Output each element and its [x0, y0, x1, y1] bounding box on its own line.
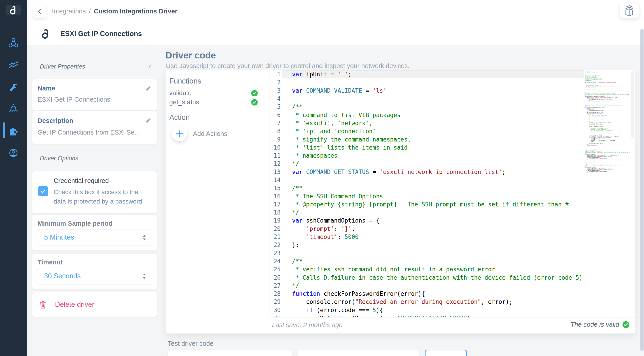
delete-card: Delete driver	[32, 292, 157, 317]
delete-driver-button[interactable]: Delete driver	[32, 292, 157, 317]
code-line[interactable]: 24/**	[270, 257, 635, 265]
driver-code-subtitle: Use Javascript to create your own driver…	[166, 62, 410, 70]
name-value: ESXI Get IP Connections	[38, 96, 110, 103]
code-line[interactable]: 10 * 'list' lists the items in said	[270, 143, 635, 151]
sidebar-item-account[interactable]	[8, 147, 19, 158]
driver-properties-heading: Driver Properties	[40, 63, 85, 70]
credential-checkbox[interactable]	[38, 186, 48, 196]
code-line[interactable]: 9 * signify the command namespaces,	[270, 135, 635, 143]
minimap[interactable]: var ipUnit = ' ';var COMMAND_VALIDATE = …	[584, 71, 630, 317]
code-line[interactable]: 18*/	[270, 209, 635, 217]
name-card: Name ESXI Get IP Connections	[32, 79, 157, 110]
description-card: Description Get IP Connections from ESXi…	[32, 111, 157, 144]
code-line[interactable]: 29 console.error("Received an error duri…	[270, 298, 635, 306]
valid-check-icon	[622, 321, 630, 328]
app-logo[interactable]	[6, 5, 21, 15]
sample-period-label: Minimum Sample period	[38, 220, 112, 227]
documentation-button[interactable]	[620, 3, 639, 19]
chevron-left-icon	[147, 65, 152, 70]
code-line[interactable]: 6 * command to list VIB packages	[270, 111, 635, 119]
sample-period-select[interactable]: 5 Minutes	[37, 229, 152, 245]
code-line[interactable]: 31 D.failure(D.errorType.AUTHENTICATION_…	[270, 314, 635, 317]
function-name: get_status	[169, 99, 199, 106]
code-line[interactable]: 8 * 'ip' and 'connection'	[270, 127, 635, 135]
functions-heading: Functions	[169, 77, 201, 85]
test-input-1[interactable]	[168, 350, 292, 356]
code-line[interactable]: 23	[270, 249, 635, 257]
code-line[interactable]: 20 'prompt': ']',	[270, 225, 635, 233]
breadcrumb-integrations[interactable]: Integrations	[52, 8, 86, 15]
code-editor[interactable]: 1var ipUnit = ' ';23var COMMAND_VALIDATE…	[269, 70, 635, 317]
sample-period-value: 5 Minutes	[44, 233, 74, 241]
last-save-text: Last save: 2 months ago	[272, 321, 342, 329]
content-area: Driver Properties Name ESXI Get IP Conne…	[27, 45, 644, 356]
code-line[interactable]: 3var COMMAND_VALIDATE = 'ls'	[270, 87, 635, 95]
code-line[interactable]: 25 * verifies ssh command did not result…	[270, 265, 635, 273]
stepper-arrows-icon	[142, 234, 146, 241]
driver-options-heading: Driver Options	[40, 155, 78, 162]
delete-driver-label: Delete driver	[55, 300, 94, 308]
back-button[interactable]	[33, 5, 46, 18]
code-line[interactable]: 27*/	[270, 282, 635, 290]
code-line[interactable]: 30 if (error.code === 5){	[270, 306, 635, 314]
test-run-button[interactable]	[425, 350, 467, 356]
sidebar-item-tools[interactable]	[8, 82, 19, 93]
domotz-logo-icon	[10, 5, 17, 15]
trash-icon	[39, 300, 47, 309]
breadcrumb: Integrations / Custom Integrations Drive…	[52, 0, 177, 23]
edit-name-icon[interactable]	[144, 85, 152, 92]
test-driver-code-label: Test driver code	[168, 340, 214, 347]
code-line[interactable]: 2	[270, 78, 635, 86]
check-icon	[40, 188, 46, 195]
timeout-select[interactable]: 30 Seconds	[37, 268, 152, 284]
code-line[interactable]: 15/**	[270, 184, 635, 192]
plus-circle[interactable]	[172, 126, 187, 141]
code-line[interactable]: 1var ipUnit = ' ';	[270, 70, 635, 78]
credential-title: Credential required	[54, 177, 109, 185]
code-line[interactable]: 14	[270, 176, 635, 184]
user-icon	[8, 147, 19, 158]
sidebar-item-network[interactable]	[8, 37, 19, 48]
function-item-validate[interactable]: validate	[169, 88, 258, 98]
credential-description: Check this box if access to the data is …	[54, 188, 143, 206]
editor-scrollbar-thumb[interactable]	[631, 71, 634, 138]
sidebar	[0, 0, 27, 356]
code-line[interactable]: 12*/	[270, 160, 635, 168]
code-line[interactable]: 26 * Calls D.failure in case the authent…	[270, 273, 635, 281]
code-line[interactable]: 22};	[270, 241, 635, 249]
action-heading: Action	[169, 113, 190, 122]
driver-code-card: Functions validateget_status Action Add …	[166, 70, 636, 334]
code-line[interactable]: 11 * namespaces	[270, 151, 635, 160]
driver-code-title: Driver code	[166, 50, 216, 61]
edit-description-icon[interactable]	[144, 117, 152, 124]
sidebar-item-monitoring[interactable]	[8, 60, 19, 71]
stepper-arrows-icon	[142, 273, 146, 279]
sidebar-item-integrations[interactable]	[8, 125, 19, 136]
code-line[interactable]: 17 * @property {string} [prompt] - The S…	[270, 200, 635, 209]
chevron-left-icon	[36, 8, 43, 15]
code-line[interactable]: 13var COMMAND_GET_STATUS = 'esxcli netwo…	[270, 168, 635, 176]
integrations-puzzle-icon	[8, 125, 19, 136]
add-actions-label: Add Actions	[193, 130, 227, 137]
code-line[interactable]: 21 'timeout': 5000	[270, 233, 635, 241]
page-scrollbar-thumb[interactable]	[640, 29, 644, 351]
add-actions-button[interactable]: Add Actions	[172, 126, 227, 141]
test-input-2[interactable]	[298, 350, 419, 356]
code-valid-label: The code is valid	[570, 321, 619, 328]
collapse-panel-button[interactable]	[146, 63, 154, 71]
sample-period-card: Minimum Sample period 5 Minutes	[32, 215, 157, 251]
top-bar: Integrations / Custom Integrations Drive…	[27, 0, 644, 23]
code-line[interactable]: 16 * The SSH Command Options	[270, 192, 635, 200]
timeout-value: 30 Seconds	[44, 272, 81, 280]
sidebar-item-alerts[interactable]	[8, 103, 19, 113]
editor-footer: Last save: 2 months ago The code is vali…	[166, 317, 635, 333]
breadcrumb-current: Custom Integrations Driver	[94, 8, 178, 15]
code-line[interactable]: 28function checkForPasswordError(error){	[270, 290, 635, 298]
code-line[interactable]: 7 * 'esxcli', 'network',	[270, 119, 635, 127]
activity-chart-icon	[8, 60, 19, 71]
code-line[interactable]: 19var sshCommandOptions = {	[270, 217, 635, 225]
function-item-get_status[interactable]: get_status	[169, 98, 258, 107]
credential-card: Credential required Check this box if ac…	[32, 171, 157, 214]
code-line[interactable]: 4	[270, 95, 635, 103]
code-line[interactable]: 5/**	[270, 103, 635, 111]
